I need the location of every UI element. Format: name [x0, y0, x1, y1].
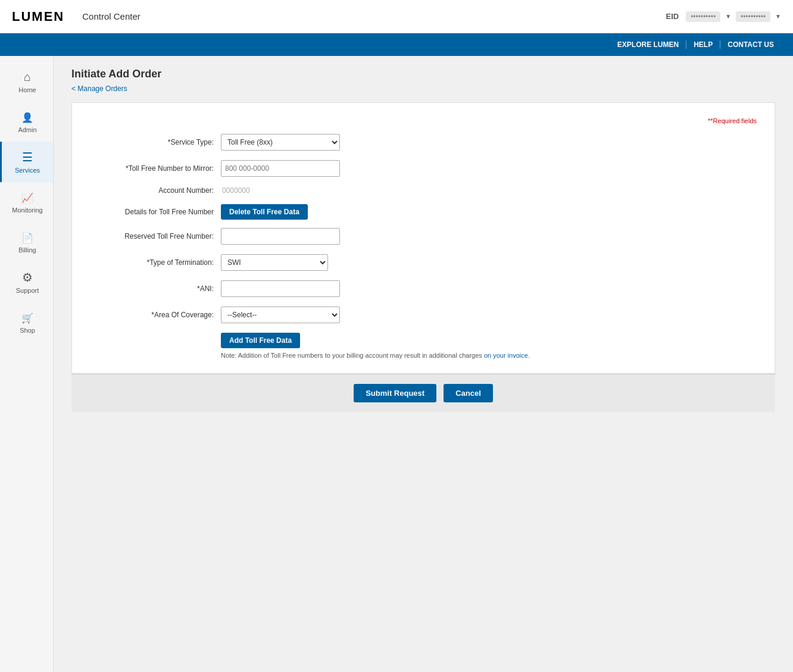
details-row: Details for Toll Free Number Delete Toll… [90, 204, 757, 220]
logo: LUMEN [12, 9, 64, 24]
termination-type-select[interactable]: SWI [221, 254, 328, 271]
delete-toll-free-button[interactable]: Delete Toll Free Data [221, 204, 308, 220]
help-link[interactable]: HELP [686, 40, 720, 49]
ani-label: *ANI: [90, 285, 221, 293]
app-title: Control Center [82, 11, 141, 21]
eid-value: •••••••••• [686, 11, 720, 22]
ani-row: *ANI: [90, 280, 757, 297]
home-icon [24, 70, 31, 84]
eid-dropdown[interactable]: ▼ [725, 13, 731, 20]
toll-free-mirror-row: *Toll Free Number to Mirror: [90, 160, 757, 177]
toll-free-mirror-input[interactable] [221, 160, 340, 177]
sidebar-item-support[interactable]: Support [0, 262, 53, 302]
account-number-value: 0000000 [221, 186, 250, 195]
account-number-row: Account Number: 0000000 [90, 186, 757, 195]
coverage-label: *Area Of Coverage: [90, 311, 221, 319]
submit-request-button[interactable]: Submit Request [354, 384, 436, 402]
termination-type-label: *Type of Termination: [90, 258, 221, 267]
bottom-area [71, 412, 775, 620]
reserved-number-label: Reserved Toll Free Number: [90, 232, 221, 240]
top-header: LUMEN Control Center EID •••••••••• ▼ ••… [0, 0, 793, 33]
service-type-label: *Service Type: [90, 138, 221, 146]
sidebar-item-billing[interactable]: Billing [0, 222, 53, 262]
add-btn-row: Add Toll Free Data Note: Addition of Tol… [221, 333, 757, 359]
sidebar-label-support: Support [16, 287, 39, 294]
content-area: Initiate Add Order < Manage Orders **Req… [54, 56, 793, 672]
sidebar-label-billing: Billing [18, 246, 36, 254]
service-type-select[interactable]: Toll Free (8xx) [221, 134, 340, 151]
ani-input[interactable] [221, 280, 340, 297]
monitoring-icon [21, 190, 33, 204]
account-number-label: Account Number: [90, 186, 221, 195]
add-toll-free-button[interactable]: Add Toll Free Data [221, 333, 300, 348]
action-bar: Submit Request Cancel [71, 374, 775, 412]
sidebar-item-admin[interactable]: Admin [0, 102, 53, 142]
eid-label: EID [666, 12, 679, 21]
sidebar-label-admin: Admin [18, 126, 36, 133]
coverage-row: *Area Of Coverage: --Select-- Nationwide… [90, 307, 757, 323]
toll-free-mirror-label: *Toll Free Number to Mirror: [90, 164, 221, 173]
account-dropdown[interactable]: ▼ [775, 13, 781, 20]
sidebar-label-services: Services [15, 167, 40, 174]
sidebar-item-shop[interactable]: Shop [0, 302, 53, 342]
reserved-number-input[interactable] [221, 228, 340, 245]
sidebar-label-home: Home [18, 86, 36, 93]
admin-icon [21, 110, 33, 124]
shop-icon [21, 311, 33, 324]
explore-lumen-link[interactable]: EXPLORE LUMEN [610, 40, 686, 49]
required-note: **Required fields [90, 117, 757, 124]
cancel-button[interactable]: Cancel [444, 384, 493, 402]
coverage-select[interactable]: --Select-- Nationwide Regional [221, 307, 340, 323]
sidebar-item-home[interactable]: Home [0, 62, 53, 102]
sidebar-label-monitoring: Monitoring [12, 207, 42, 214]
main-layout: Home Admin Services Monitoring Billing S… [0, 56, 793, 672]
details-label: Details for Toll Free Number [90, 208, 221, 216]
contact-us-link[interactable]: CONTACT US [720, 40, 781, 49]
service-type-row: *Service Type: Toll Free (8xx) [90, 134, 757, 151]
account-value-header: •••••••••• [736, 11, 770, 22]
form-panel: **Required fields *Service Type: Toll Fr… [71, 102, 775, 374]
header-right: EID •••••••••• ▼ •••••••••• ▼ [666, 11, 781, 22]
back-link[interactable]: < Manage Orders [71, 85, 127, 93]
billing-icon [21, 230, 33, 244]
blue-nav: EXPLORE LUMEN HELP CONTACT US [0, 33, 793, 56]
required-text: *Required fields [710, 117, 757, 124]
support-icon [22, 270, 33, 285]
reserved-number-row: Reserved Toll Free Number: [90, 228, 757, 245]
termination-type-row: *Type of Termination: SWI [90, 254, 757, 271]
page-title: Initiate Add Order [71, 68, 775, 80]
sidebar: Home Admin Services Monitoring Billing S… [0, 56, 54, 672]
services-icon [22, 150, 33, 164]
sidebar-label-shop: Shop [20, 327, 35, 334]
note-text: Note: Addition of Toll Free numbers to y… [221, 352, 530, 359]
note-link: on your invoice [484, 352, 528, 359]
sidebar-item-services[interactable]: Services [0, 142, 53, 182]
sidebar-item-monitoring[interactable]: Monitoring [0, 182, 53, 222]
